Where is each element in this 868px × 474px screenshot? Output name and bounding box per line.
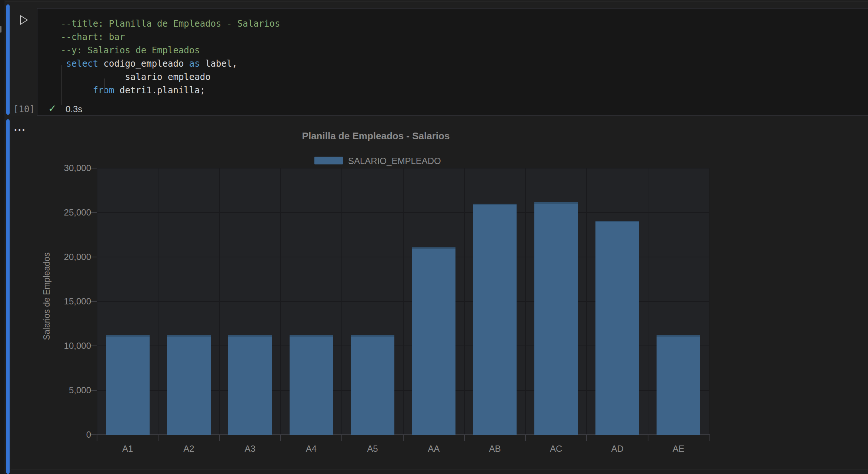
v-gridline-8: [586, 168, 587, 435]
code-line: --title: Planilla de Empleados - Salario…: [61, 17, 280, 30]
v-gridline-9: [648, 168, 648, 435]
bar-AA[interactable]: [412, 247, 455, 435]
y-tick-label-25000: 25,000: [50, 207, 91, 218]
code-token-keyword: from: [93, 85, 114, 96]
x-label-A2: A2: [170, 444, 207, 454]
success-check-icon: ✓: [48, 103, 57, 114]
code-editor[interactable]: --title: Planilla de Empleados - Salario…: [61, 17, 280, 97]
code-token-plain: codigo_empleado: [98, 59, 189, 69]
indent-guide: [104, 79, 105, 92]
x-label-A3: A3: [231, 444, 268, 454]
output-bottom-divider: [11, 470, 868, 470]
panel-edge-notch: [0, 26, 1, 33]
output-cell-focus-bar[interactable]: [6, 119, 10, 474]
chart-title: Planilla de Empleados - Salarios: [246, 130, 505, 142]
notebook-window: --title: Planilla de Empleados - Salario…: [0, 0, 868, 474]
bar-A1[interactable]: [106, 335, 150, 435]
x-tick-mark-4: [341, 435, 342, 441]
bar-A3[interactable]: [228, 335, 272, 435]
code-cell-focus-bar[interactable]: [6, 4, 10, 115]
v-gridline-7: [525, 168, 526, 435]
legend-label[interactable]: SALARIO_EMPLEADO: [348, 156, 441, 166]
v-gridline-0: [97, 168, 97, 435]
y-tick-label-10000: 10,000: [50, 341, 91, 351]
run-cell-button[interactable]: [18, 14, 30, 26]
code-line: from detri1.planilla;: [61, 84, 280, 97]
code-token-comment: --chart: bar: [61, 32, 125, 42]
bar-AE[interactable]: [657, 335, 700, 435]
code-token-comment: --y: Salarios de Empleados: [61, 45, 200, 56]
v-gridline-3: [280, 168, 281, 435]
bar-A2[interactable]: [167, 335, 211, 435]
code-line: select codigo_empleado as label,: [61, 57, 280, 70]
legend-swatch[interactable]: [314, 157, 343, 164]
bar-AB[interactable]: [473, 204, 517, 435]
v-gridline-5: [403, 168, 404, 435]
x-tick-mark-6: [464, 435, 465, 441]
code-token-keyword: select: [66, 59, 98, 69]
code-token-plain: label,: [200, 59, 237, 69]
x-tick-mark-3: [280, 435, 281, 441]
code-line: salario_empleado: [61, 70, 280, 84]
x-tick-mark-9: [648, 435, 648, 441]
bar-A5[interactable]: [351, 335, 394, 435]
code-token-comment: --title: Planilla de Empleados - Salario…: [61, 19, 280, 29]
v-gridline-10: [709, 168, 710, 435]
x-tick-mark-1: [158, 435, 158, 441]
x-label-A4: A4: [293, 444, 330, 454]
v-gridline-1: [158, 168, 158, 435]
y-tick-label-20000: 20,000: [50, 252, 91, 262]
execution-count: [10]: [13, 104, 35, 114]
code-token-plain: detri1.planilla;: [114, 85, 206, 96]
x-label-AE: AE: [660, 444, 697, 454]
x-label-A5: A5: [354, 444, 391, 454]
v-gridline-2: [219, 168, 220, 435]
code-token-keyword: as: [189, 59, 200, 69]
x-tick-mark-0: [97, 435, 97, 441]
x-label-A1: A1: [109, 444, 146, 454]
x-label-AD: AD: [599, 444, 636, 454]
code-line: --chart: bar: [61, 30, 280, 44]
indent-guide: [61, 65, 62, 105]
code-token-plain: [61, 85, 93, 96]
bar-AC[interactable]: [534, 202, 578, 435]
y-tick-label-0: 0: [50, 430, 91, 440]
output-collapse-toggle[interactable]: ...: [14, 121, 26, 133]
execution-duration: 0.3s: [66, 104, 82, 114]
x-tick-mark-2: [219, 435, 220, 441]
v-gridline-6: [464, 168, 465, 435]
x-tick-mark-10: [709, 435, 710, 441]
y-tick-label-15000: 15,000: [50, 296, 91, 307]
code-line: --y: Salarios de Empleados: [61, 44, 280, 57]
v-gridline-4: [341, 168, 342, 435]
bar-AD[interactable]: [595, 221, 639, 435]
x-label-AB: AB: [476, 444, 513, 454]
editor-panel-edge: [0, 0, 4, 474]
bar-A4[interactable]: [290, 335, 333, 435]
cell-top-divider: [5, 1, 868, 1]
indent-guide: [83, 79, 83, 105]
x-tick-mark-5: [403, 435, 404, 441]
x-tick-mark-8: [586, 435, 587, 441]
x-tick-mark-7: [525, 435, 526, 441]
y-tick-label-30000: 30,000: [50, 163, 91, 173]
x-label-AA: AA: [415, 444, 452, 454]
play-icon: [18, 14, 30, 26]
x-label-AC: AC: [538, 444, 575, 454]
y-tick-label-5000: 5,000: [50, 385, 91, 395]
